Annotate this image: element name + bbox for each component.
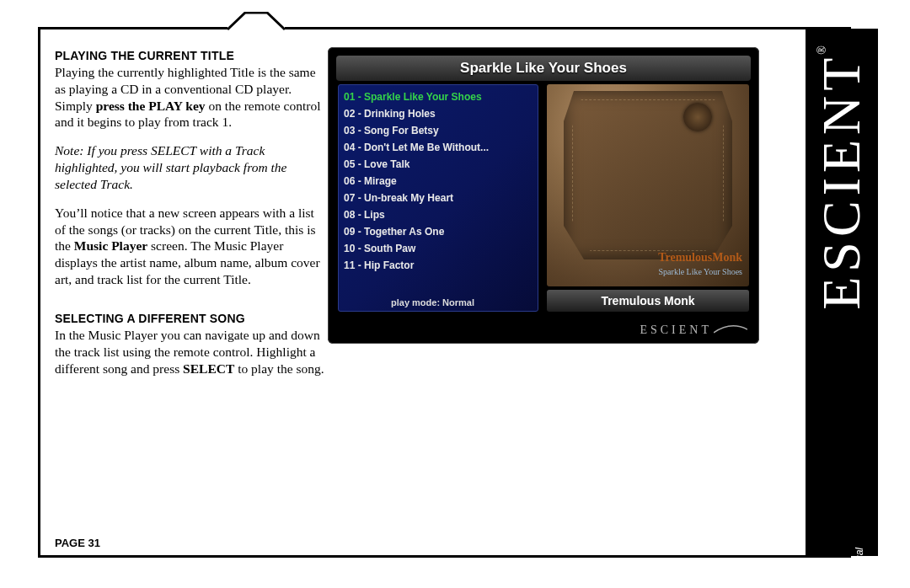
- manual-page: PLAYING THE CURRENT TITLE Playing the cu…: [0, 0, 910, 588]
- text-bold: Music Player: [74, 238, 147, 253]
- logo-text: ESCIENT: [811, 53, 871, 310]
- paragraph: You’ll notice that a new screen appears …: [55, 205, 324, 288]
- swoosh-icon: [714, 324, 747, 334]
- paragraph: Playing the currently highlighted Title …: [55, 64, 324, 131]
- artist-name-bar: Tremulous Monk: [547, 290, 749, 312]
- track-row: 02 - Drinking Holes: [344, 105, 533, 122]
- brand-sidebar: ESCIENT® FireBall™ SE-D1 User’s Manual: [806, 29, 878, 556]
- track-row: 03 - Song For Betsy: [344, 122, 533, 139]
- product-name: FireBall™ SE-D1 User’s Manual: [854, 548, 865, 588]
- album-cover: TremulousMonk Sparkle Like Your Shoes: [547, 84, 749, 286]
- text-bold: press the PLAY key: [96, 99, 206, 113]
- escient-logo: ESCIENT®: [811, 39, 873, 310]
- escient-footer-logo: ESCIENT: [640, 323, 712, 337]
- paragraph: In the Music Player you can navigate up …: [55, 327, 324, 377]
- text-bold: SELECT: [183, 361, 234, 376]
- border-notch: [228, 12, 285, 42]
- page-number: PAGE 31: [55, 537, 100, 549]
- cover-artist-caption: TremulousMonk: [658, 251, 742, 265]
- track-row: 10 - South Paw: [344, 240, 533, 257]
- track-row: 08 - Lips: [344, 206, 533, 223]
- cover-album-caption: Sparkle Like Your Shoes: [659, 267, 742, 276]
- registered-mark: ®: [816, 40, 828, 55]
- album-title-bar: Sparkle Like Your Shoes: [336, 56, 751, 81]
- text: to play the song.: [234, 361, 324, 376]
- music-player-screenshot: Sparkle Like Your Shoes 01 - Sparkle Lik…: [328, 47, 759, 344]
- track-row: 07 - Un-break My Heart: [344, 190, 533, 206]
- product-light: User’s Manual: [854, 548, 865, 588]
- cover-button-icon: [683, 103, 712, 131]
- track-row: 11 - Hip Factor: [344, 257, 533, 274]
- track-row-selected: 01 - Sparkle Like Your Shoes: [344, 88, 533, 105]
- track-row: 06 - Mirage: [344, 173, 533, 190]
- track-row: 09 - Together As One: [344, 223, 533, 240]
- play-mode: play mode: Normal: [391, 297, 474, 307]
- track-row: 05 - Love Talk: [344, 156, 533, 173]
- track-row: 04 - Don't Let Me Be Without...: [344, 139, 533, 156]
- track-list: 01 - Sparkle Like Your Shoes 02 - Drinki…: [338, 84, 538, 312]
- note-paragraph: Note: If you press SELECT with a Track h…: [55, 142, 324, 192]
